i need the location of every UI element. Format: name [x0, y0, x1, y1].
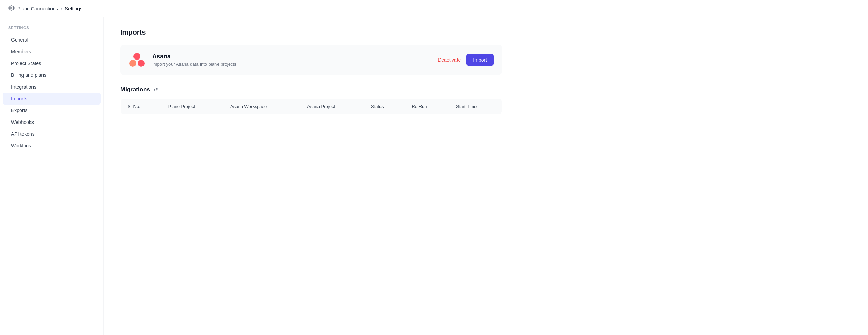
table-header: Sr No. Plane Project Asana Workspace Asa… [121, 99, 502, 114]
col-status: Status [364, 99, 405, 114]
sidebar-item-webhooks[interactable]: Webhooks [3, 116, 101, 128]
deactivate-button[interactable]: Deactivate [438, 57, 461, 63]
sidebar-item-imports[interactable]: Imports [3, 93, 101, 105]
svg-point-0 [11, 7, 12, 9]
topnav: Plane Connections › Settings [0, 0, 868, 17]
col-sr-no: Sr No. [121, 99, 161, 114]
integration-name: Asana [152, 53, 431, 60]
sidebar-label-members: Members [11, 49, 31, 54]
col-asana-project: Asana Project [300, 99, 364, 114]
integration-card-asana: Asana Import your Asana data into plane … [120, 45, 502, 75]
svg-point-3 [138, 60, 145, 67]
sidebar-label-worklogs: Worklogs [11, 143, 31, 148]
sidebar-label-webhooks: Webhooks [11, 119, 34, 125]
migrations-table: Sr No. Plane Project Asana Workspace Asa… [120, 99, 502, 114]
col-re-run: Re Run [405, 99, 449, 114]
sidebar-label-imports: Imports [11, 96, 27, 101]
topnav-current-page: Settings [65, 6, 83, 11]
sidebar: Settings General Members Project States … [0, 17, 104, 335]
table-header-row: Sr No. Plane Project Asana Workspace Asa… [121, 99, 502, 114]
sidebar-label-integrations: Integrations [11, 84, 36, 90]
sidebar-item-billing[interactable]: Billing and plans [3, 69, 101, 81]
sidebar-item-project-states[interactable]: Project States [3, 57, 101, 69]
svg-point-1 [133, 53, 140, 60]
main-content: Imports Asana Import your Asana data int… [104, 17, 519, 335]
sidebar-item-members[interactable]: Members [3, 46, 101, 57]
col-start-time: Start Time [449, 99, 502, 114]
integration-actions: Deactivate Import [438, 54, 494, 66]
refresh-icon[interactable]: ↺ [154, 87, 158, 93]
migrations-header: Migrations ↺ [120, 86, 502, 93]
col-plane-project: Plane Project [161, 99, 223, 114]
integration-info: Asana Import your Asana data into plane … [152, 53, 431, 67]
breadcrumb-chevron: › [61, 6, 62, 11]
sidebar-item-exports[interactable]: Exports [3, 105, 101, 116]
sidebar-item-worklogs[interactable]: Worklogs [3, 140, 101, 152]
layout: Settings General Members Project States … [0, 17, 868, 335]
sidebar-item-integrations[interactable]: Integrations [3, 81, 101, 93]
import-button[interactable]: Import [466, 54, 494, 66]
col-asana-workspace: Asana Workspace [223, 99, 300, 114]
sidebar-item-general[interactable]: General [3, 34, 101, 46]
page-title: Imports [120, 28, 502, 36]
sidebar-label-api-tokens: API tokens [11, 131, 35, 137]
migrations-title: Migrations [120, 86, 150, 93]
sidebar-item-api-tokens[interactable]: API tokens [3, 128, 101, 140]
svg-point-2 [129, 60, 136, 67]
gear-icon [8, 5, 15, 12]
asana-logo [129, 52, 145, 68]
sidebar-label-general: General [11, 37, 28, 43]
sidebar-label-project-states: Project States [11, 61, 41, 66]
sidebar-label-billing: Billing and plans [11, 72, 46, 78]
sidebar-label-exports: Exports [11, 108, 27, 113]
topnav-plane-connections[interactable]: Plane Connections [17, 6, 58, 11]
integration-desc: Import your Asana data into plane projec… [152, 62, 431, 67]
sidebar-section-label: Settings [0, 26, 103, 34]
